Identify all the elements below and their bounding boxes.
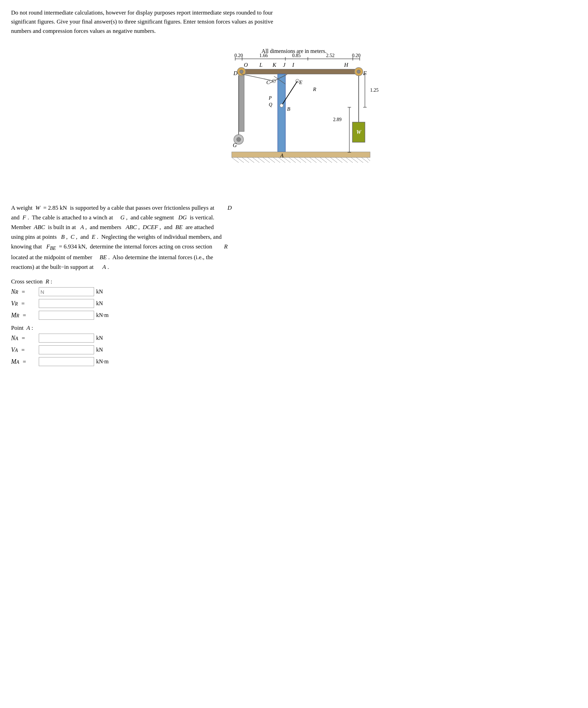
- svg-line-33: [351, 157, 358, 163]
- column-ABC: [278, 74, 285, 152]
- answers-section: Cross section R : N R = kN V R = kN M R …: [11, 278, 577, 366]
- svg-line-36: [367, 157, 370, 161]
- VR-label: V R =: [11, 300, 39, 307]
- problem-text: A weight W = 2.85 kN is supported by a c…: [11, 203, 309, 272]
- MR-input[interactable]: [39, 311, 94, 320]
- MR-eq: =: [21, 312, 26, 319]
- instructions-text: Do not round intermediate calculations, …: [11, 8, 295, 36]
- svg-line-10: [232, 157, 239, 163]
- VA-var-main: V: [11, 346, 15, 354]
- svg-line-29: [330, 157, 337, 163]
- MA-row: M A = kN·m: [11, 357, 577, 366]
- ground: [232, 152, 370, 157]
- dim-label-125: 1.25: [370, 88, 379, 93]
- dim-label-020b: 0.20: [352, 53, 361, 58]
- MR-row: M R = kN·m: [11, 311, 577, 320]
- NA-eq: =: [20, 335, 25, 342]
- label-L: L: [259, 62, 263, 68]
- MR-label: M R =: [11, 312, 39, 319]
- MA-input[interactable]: [39, 357, 94, 366]
- MR-unit: kN·m: [96, 312, 109, 318]
- NR-label: N R =: [11, 288, 39, 296]
- NR-row: N R = kN: [11, 287, 577, 296]
- NA-unit: kN: [96, 335, 103, 341]
- NA-label: N A =: [11, 335, 39, 342]
- svg-line-21: [289, 157, 296, 163]
- svg-line-14: [252, 157, 259, 163]
- label-J: J: [283, 62, 286, 68]
- MA-unit: kN·m: [96, 358, 109, 365]
- VA-row: V A = kN: [11, 345, 577, 354]
- MA-var-main: M: [11, 358, 16, 365]
- NR-var-main: N: [11, 288, 15, 296]
- svg-line-15: [258, 157, 265, 163]
- svg-line-27: [320, 157, 327, 163]
- left-support: [239, 69, 244, 131]
- NA-row: N A = kN: [11, 334, 577, 343]
- label-E: E: [299, 80, 302, 85]
- svg-line-26: [315, 157, 322, 163]
- dim-label-085: 0.85: [292, 53, 301, 58]
- pin-B: [280, 104, 283, 107]
- NA-input[interactable]: [39, 334, 94, 343]
- pulley-D-inner: [240, 70, 243, 73]
- svg-line-17: [268, 157, 275, 163]
- point-A-label: Point A :: [11, 325, 577, 332]
- diagram-area: All dimensions are in meters. 0.20 1.66 …: [11, 47, 577, 192]
- VA-eq: =: [20, 347, 25, 354]
- MA-label: M A =: [11, 358, 39, 365]
- svg-line-16: [263, 157, 270, 163]
- label-A: A: [280, 153, 284, 158]
- label-K: K: [272, 62, 277, 68]
- VA-var-sub: A: [15, 348, 18, 353]
- diagram-svg: All dimensions are in meters. 0.20 1.66 …: [197, 47, 391, 192]
- svg-line-20: [284, 157, 291, 163]
- svg-line-30: [336, 157, 342, 163]
- label-R-diag: R: [313, 87, 316, 92]
- label-O: O: [244, 62, 248, 68]
- pulley-G-inner: [237, 137, 241, 142]
- VR-var-sub: R: [15, 301, 18, 307]
- VR-unit: kN: [96, 300, 103, 307]
- label-D: D: [233, 70, 238, 76]
- svg-line-12: [242, 157, 249, 163]
- dim-label-020a: 0.20: [235, 53, 243, 58]
- MA-var-sub: A: [16, 360, 19, 365]
- VR-row: V R = kN: [11, 299, 577, 308]
- NR-eq: =: [20, 289, 25, 296]
- NA-var-main: N: [11, 335, 15, 342]
- svg-line-32: [346, 157, 353, 163]
- NR-input[interactable]: [39, 287, 94, 296]
- svg-line-22: [294, 157, 301, 163]
- svg-line-24: [304, 157, 311, 163]
- VR-var-main: V: [11, 300, 15, 307]
- VA-label: V A =: [11, 346, 39, 354]
- svg-line-23: [299, 157, 306, 163]
- label-G: G: [233, 142, 237, 148]
- pulley-F-inner: [357, 70, 360, 73]
- cable-D-to-C: [241, 74, 274, 81]
- top-beam: [239, 69, 361, 74]
- dim-label-252: 2.52: [326, 53, 335, 58]
- MR-var-main: M: [11, 312, 16, 319]
- svg-line-34: [356, 157, 363, 163]
- NA-var-sub: A: [15, 336, 18, 342]
- dim-label-289: 2.89: [333, 117, 342, 122]
- MR-var-sub: R: [16, 313, 19, 319]
- svg-line-31: [341, 157, 348, 163]
- svg-line-11: [237, 157, 244, 163]
- cross-section-label: Cross section R :: [11, 278, 577, 285]
- VA-unit: kN: [96, 347, 103, 353]
- svg-line-25: [310, 157, 316, 163]
- label-P: P: [268, 96, 272, 101]
- label-C: C: [266, 80, 270, 85]
- label-Q: Q: [269, 102, 272, 107]
- NR-unit: kN: [96, 289, 103, 295]
- svg-line-13: [247, 157, 254, 163]
- VA-input[interactable]: [39, 345, 94, 354]
- svg-line-28: [325, 157, 332, 163]
- diagram-container: All dimensions are in meters. 0.20 1.66 …: [197, 47, 391, 192]
- label-W: W: [356, 129, 362, 135]
- NR-var-sub: R: [15, 290, 18, 295]
- VR-input[interactable]: [39, 299, 94, 308]
